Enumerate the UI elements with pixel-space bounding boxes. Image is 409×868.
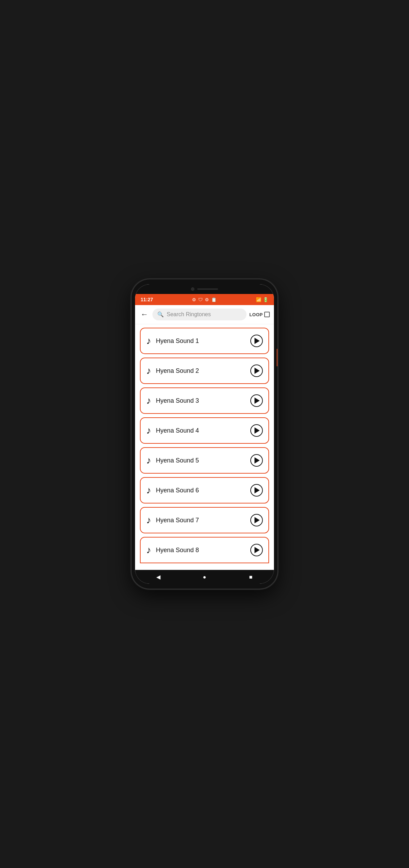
ringtone-name: Hyena Sound 6 [156,487,245,494]
battery-icon: 🔋 [263,297,268,302]
music-note-icon: ♪ [146,365,151,376]
loop-checkbox[interactable] [264,312,270,317]
play-button-2[interactable] [250,365,263,377]
play-icon [254,517,260,523]
speaker-bar [197,288,218,290]
ringtone-name: Hyena Sound 4 [156,427,245,434]
volume-button[interactable] [277,349,277,366]
music-note-icon: ♪ [146,335,151,346]
play-icon [254,547,260,553]
status-bar: 11:27 ⚙ 🛡 ⚙ 📋 📶 🔋 [135,294,274,305]
play-icon [254,338,260,344]
play-button-4[interactable] [250,424,263,437]
music-note-icon: ♪ [146,395,151,406]
phone-frame: 11:27 ⚙ 🛡 ⚙ 📋 📶 🔋 ← 🔍 Search Ringtones L… [132,279,277,589]
ringtone-list: ♪ Hyena Sound 1 ♪ Hyena Sound 2 ♪ Hyena … [135,324,274,570]
ringtone-name: Hyena Sound 3 [156,397,245,404]
search-bar[interactable]: 🔍 Search Ringtones [152,309,247,320]
play-button-6[interactable] [250,484,263,497]
play-icon [254,368,260,374]
list-item[interactable]: ♪ Hyena Sound 2 [140,358,269,384]
play-icon [254,398,260,404]
list-item[interactable]: ♪ Hyena Sound 6 [140,477,269,503]
search-icon: 🔍 [157,311,164,318]
ringtone-name: Hyena Sound 5 [156,457,245,464]
play-icon [254,427,260,434]
play-button-3[interactable] [250,394,263,407]
list-item[interactable]: ♪ Hyena Sound 8 [140,537,269,563]
list-item[interactable]: ♪ Hyena Sound 5 [140,447,269,474]
nav-back-button[interactable]: ◀ [151,570,165,584]
search-input[interactable]: Search Ringtones [167,311,242,318]
gear-icon: ⚙ [205,297,209,302]
ringtone-name: Hyena Sound 2 [156,367,245,375]
ringtone-name: Hyena Sound 7 [156,517,245,524]
phone-screen: 11:27 ⚙ 🛡 ⚙ 📋 📶 🔋 ← 🔍 Search Ringtones L… [135,284,274,584]
music-note-icon: ♪ [146,425,151,436]
play-button-5[interactable] [250,454,263,467]
play-icon [254,487,260,493]
music-note-icon: ♪ [146,515,151,526]
nav-recent-button[interactable]: ■ [244,570,258,584]
ringtone-name: Hyena Sound 8 [156,547,245,554]
list-item[interactable]: ♪ Hyena Sound 3 [140,387,269,414]
list-item[interactable]: ♪ Hyena Sound 7 [140,507,269,533]
play-button-8[interactable] [250,544,263,556]
settings-icon: ⚙ [192,297,196,302]
list-item[interactable]: ♪ Hyena Sound 4 [140,417,269,444]
nav-home-button[interactable]: ● [198,570,211,584]
music-note-icon: ♪ [146,485,151,496]
play-button-1[interactable] [250,335,263,347]
status-right: 📶 🔋 [256,297,268,302]
camera-bar [135,284,274,294]
music-note-icon: ♪ [146,544,151,556]
signal-icon: 📶 [256,297,261,302]
shield-icon: 🛡 [198,297,203,302]
ringtone-name: Hyena Sound 1 [156,337,245,345]
play-icon [254,457,260,464]
play-button-7[interactable] [250,514,263,526]
list-item[interactable]: ♪ Hyena Sound 1 [140,328,269,354]
status-time: 11:27 [141,297,153,302]
loop-area: LOOP [249,312,270,317]
back-button[interactable]: ← [139,309,150,320]
camera-dot [191,287,194,291]
bottom-nav: ◀ ● ■ [135,570,274,584]
clipboard-icon: 📋 [211,297,217,302]
status-icons: ⚙ 🛡 ⚙ 📋 [192,297,217,302]
music-note-icon: ♪ [146,455,151,466]
top-bar: ← 🔍 Search Ringtones LOOP [135,305,274,324]
loop-label: LOOP [249,312,263,317]
